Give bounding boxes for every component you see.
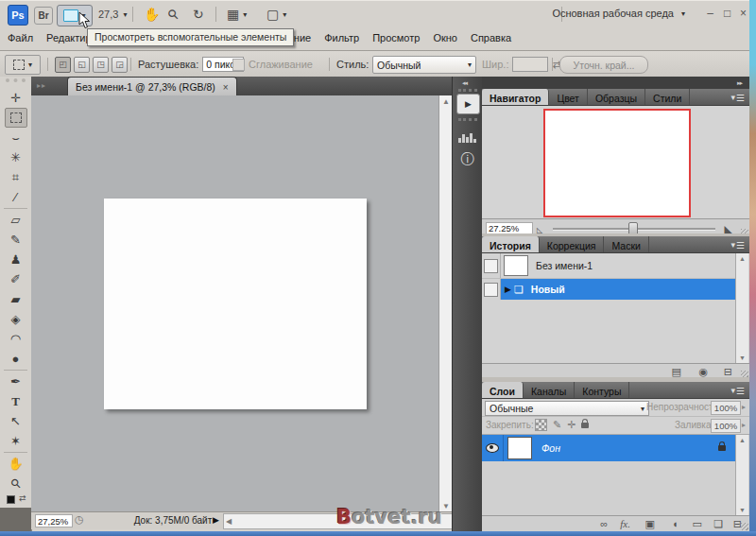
tab-layers[interactable]: Слои <box>482 382 524 398</box>
document-tab[interactable]: Без имени-1 @ 27,3% (RGB/8) × <box>67 77 237 96</box>
tab-paths[interactable]: Контуры <box>575 382 629 398</box>
fill-input[interactable]: 100% <box>711 419 741 433</box>
history-source-icon[interactable] <box>484 259 498 273</box>
hand-icon[interactable]: ✋ <box>144 7 160 22</box>
swap-colors-icon[interactable]: ⇄ <box>19 493 26 503</box>
status-zoom-input[interactable]: 27,25% <box>35 514 73 527</box>
style-dropdown[interactable]: Обычный ▾ <box>372 56 476 74</box>
subtract-from-selection-icon[interactable]: ◳ <box>93 57 109 73</box>
screen-mode-icon[interactable]: ▢ <box>266 7 279 22</box>
menu-filter[interactable]: Фильтр <box>324 32 359 43</box>
custom-shape-tool[interactable]: ✶ <box>5 431 27 451</box>
adjustment-layer-icon[interactable]: ◐ <box>673 518 679 529</box>
width-input[interactable] <box>512 57 548 72</box>
resize-grip[interactable] <box>741 523 748 530</box>
tab-styles[interactable]: Стили <box>645 89 690 105</box>
blur-tool[interactable]: ◠ <box>5 329 27 349</box>
lock-all-icon[interactable] <box>581 423 589 428</box>
healing-brush-tool[interactable]: ▱ <box>5 210 27 230</box>
paint-bucket-tool[interactable]: ◈ <box>5 309 27 329</box>
tab-channels[interactable]: Каналы <box>524 382 575 398</box>
layer-thumbnail[interactable] <box>507 437 532 459</box>
tab-swatches[interactable]: Образцы <box>588 89 645 105</box>
clone-stamp-tool[interactable]: ♟ <box>5 250 27 269</box>
chevron-down-icon[interactable]: ▾ <box>283 10 286 19</box>
history-source-checkbox[interactable] <box>484 283 498 297</box>
visibility-cell[interactable] <box>482 435 504 461</box>
histogram-panel-icon[interactable] <box>456 124 478 147</box>
pencil-tool[interactable]: ✎ <box>5 230 27 250</box>
quick-selection-tool[interactable]: ✳ <box>5 147 27 167</box>
close-tab-icon[interactable]: × <box>223 82 229 93</box>
tab-navigator[interactable]: Навигатор <box>482 89 549 105</box>
info-panel-icon[interactable]: ⓘ <box>456 150 478 169</box>
bridge-button[interactable]: Br <box>34 7 53 25</box>
document-canvas[interactable] <box>104 199 367 409</box>
rectangular-marquee-tool[interactable] <box>5 108 27 128</box>
history-snapshot-row[interactable]: Без имени-1 <box>482 253 736 279</box>
tab-adjustments[interactable]: Коррекция <box>540 236 605 252</box>
blend-mode-dropdown[interactable]: Обычные ▾ <box>485 401 649 416</box>
chevron-down-icon[interactable]: ▾ <box>243 10 247 19</box>
default-colors-control[interactable]: ⇄ <box>5 493 27 507</box>
type-tool[interactable]: T <box>5 391 27 411</box>
new-group-icon[interactable]: ▭ <box>693 518 702 530</box>
workspace-switcher[interactable]: Основная рабочая среда ▾ <box>552 8 685 19</box>
crop-tool[interactable]: ⌗ <box>5 167 27 187</box>
scroll-down-icon[interactable]: ▼ <box>739 354 746 361</box>
layers-scrollbar[interactable]: ▲ ▼ <box>735 435 748 515</box>
panel-grip[interactable] <box>6 78 26 88</box>
lock-transparency-icon[interactable] <box>535 419 547 431</box>
collapse-to-icons-icon[interactable]: ▸▸ <box>737 79 742 87</box>
layer-style-icon[interactable]: fx. <box>620 518 630 529</box>
menu-view[interactable]: Просмотр <box>372 32 420 43</box>
panel-grip[interactable] <box>458 89 477 92</box>
scroll-down-icon[interactable]: ▼ <box>739 507 746 513</box>
slider-arrow-icon[interactable]: ▸ <box>742 421 746 429</box>
menu-window[interactable]: Окно <box>433 32 457 43</box>
hand-tool[interactable]: ✋ <box>5 454 27 474</box>
arrange-documents-icon[interactable]: ▦ <box>227 7 239 22</box>
new-layer-icon[interactable]: ❏ <box>713 518 723 530</box>
panel-menu-icon[interactable]: ▾☰ <box>731 386 746 395</box>
eyedropper-tool[interactable]: ∕ <box>5 187 27 207</box>
intersect-selection-icon[interactable]: ◲ <box>112 57 128 73</box>
history-state-row[interactable]: ▶ ❏ Новый <box>482 279 736 300</box>
maximize-button[interactable]: □ <box>720 7 734 20</box>
tool-preset-picker[interactable]: ▾ <box>5 55 41 75</box>
snapshot-thumbnail[interactable] <box>504 255 528 276</box>
tab-masks[interactable]: Маски <box>604 236 648 252</box>
opacity-input[interactable]: 100% <box>711 401 741 415</box>
lasso-tool[interactable]: ⌣ <box>5 128 27 147</box>
antialias-checkbox[interactable] <box>232 59 245 71</box>
history-brush-tool[interactable]: ✐ <box>5 269 27 289</box>
lock-paint-icon[interactable]: ✎ <box>553 419 561 431</box>
new-selection-icon[interactable]: ◰ <box>55 57 71 73</box>
vertical-scrollbar[interactable]: ▲ ▼ <box>438 95 453 511</box>
panel-menu-icon[interactable]: ▾☰ <box>731 240 746 250</box>
close-button[interactable]: × <box>736 7 750 20</box>
panel-grip[interactable] <box>458 118 477 121</box>
panel-menu-icon[interactable]: ▾☰ <box>731 93 746 102</box>
eraser-tool[interactable]: ▰ <box>5 289 27 309</box>
path-selection-tool[interactable]: ↖ <box>5 411 27 431</box>
tab-overflow-icon[interactable]: ▸▸ <box>37 81 46 90</box>
refine-edge-button[interactable]: Уточн. край... <box>559 56 648 74</box>
minimize-button[interactable]: – <box>703 7 717 20</box>
zoom-level-value[interactable]: 27,3 <box>98 9 118 20</box>
history-scrollbar[interactable]: ▲ ▼ <box>735 253 748 363</box>
expand-dock-icon[interactable]: ◂◂ <box>462 79 467 87</box>
add-layer-mask-icon[interactable]: ▣ <box>645 518 655 530</box>
slider-arrow-icon[interactable]: ▸ <box>742 403 746 411</box>
navigator-proxy-view[interactable] <box>543 109 691 217</box>
scroll-left-icon[interactable]: ◀ <box>226 517 232 526</box>
scroll-up-icon[interactable]: ▲ <box>439 95 453 107</box>
tab-history[interactable]: История <box>482 236 540 252</box>
status-flyout-icon[interactable]: ▶ <box>213 515 219 525</box>
tab-color[interactable]: Цвет <box>549 89 588 105</box>
magnifier-icon[interactable]: ⚲ <box>164 6 182 24</box>
move-tool[interactable]: ✛ <box>5 88 27 108</box>
scroll-up-icon[interactable]: ▲ <box>739 255 746 262</box>
lock-position-icon[interactable]: ✛ <box>567 419 576 431</box>
menu-file[interactable]: Файл <box>8 32 33 43</box>
